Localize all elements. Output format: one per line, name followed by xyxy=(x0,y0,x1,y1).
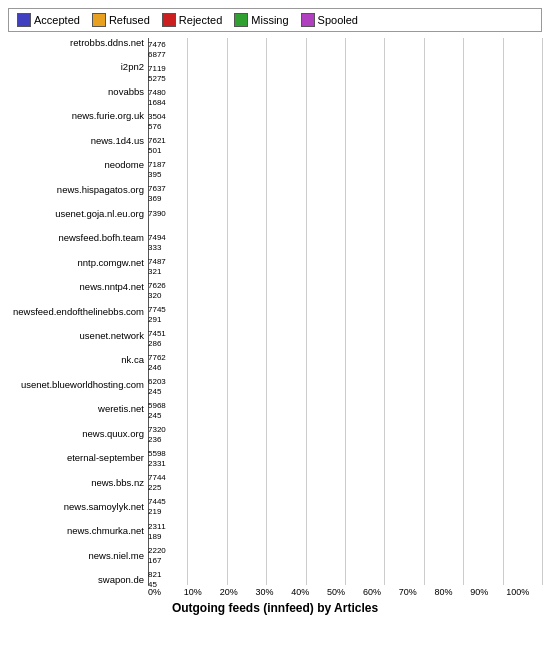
x-tick: 100% xyxy=(506,587,542,597)
bar-value-label: 82145 xyxy=(148,570,161,590)
y-label: news.furie.org.uk xyxy=(8,111,144,121)
bar-row: 3504576 xyxy=(148,110,542,127)
legend-color xyxy=(301,13,315,27)
bar-value-label: 7487321 xyxy=(148,257,166,277)
x-tick: 50% xyxy=(327,587,363,597)
y-label: usenet.goja.nl.eu.org xyxy=(8,209,144,219)
bar-row: 55982331 xyxy=(148,447,542,464)
y-label: news.bbs.nz xyxy=(8,478,144,488)
y-label: news.samoylyk.net xyxy=(8,502,144,512)
bar-row: 7487321 xyxy=(148,255,542,272)
bar-value-label: 71195275 xyxy=(148,64,166,84)
bar-value-label: 2220167 xyxy=(148,546,166,566)
grid-line xyxy=(542,38,543,585)
y-label: swapon.de xyxy=(8,575,144,585)
bar-value-label: 7451286 xyxy=(148,329,166,349)
y-label: news.niel.me xyxy=(8,551,144,561)
y-label: news.nntp4.net xyxy=(8,282,144,292)
bar-row: 5968245 xyxy=(148,399,542,416)
x-tick: 40% xyxy=(291,587,327,597)
bar-value-label: 74801684 xyxy=(148,88,166,108)
legend-color xyxy=(234,13,248,27)
y-label: news.1d4.us xyxy=(8,136,144,146)
y-label: eternal-september xyxy=(8,453,144,463)
bar-value-label: 7187395 xyxy=(148,160,166,180)
bar-row: 7390 xyxy=(148,207,542,224)
bar-value-label: 7621501 xyxy=(148,136,166,156)
legend-item: Refused xyxy=(92,13,150,27)
y-label: nntp.comgw.net xyxy=(8,258,144,268)
bar-value-label: 55982331 xyxy=(148,449,166,469)
y-label: news.hispagatos.org xyxy=(8,185,144,195)
bar-value-label: 6203245 xyxy=(148,377,166,397)
bar-value-label: 74766877 xyxy=(148,40,166,60)
bar-row: 7451286 xyxy=(148,327,542,344)
x-tick: 80% xyxy=(435,587,471,597)
bar-row: 2311189 xyxy=(148,520,542,537)
bar-row: 7445219 xyxy=(148,495,542,512)
bar-value-label: 5968245 xyxy=(148,401,166,421)
y-label: news.chmurka.net xyxy=(8,526,144,536)
x-axis-labels: 0%10%20%30%40%50%60%70%80%90%100% xyxy=(8,587,542,597)
legend-label: Refused xyxy=(109,14,150,26)
y-labels: retrobbs.ddns.neti2pn2novabbsnews.furie.… xyxy=(8,38,148,585)
legend-color xyxy=(17,13,31,27)
bar-row: 6203245 xyxy=(148,375,542,392)
bar-row: 7744225 xyxy=(148,471,542,488)
bar-row: 74801684 xyxy=(148,86,542,103)
legend-label: Spooled xyxy=(318,14,358,26)
bar-value-label: 7445219 xyxy=(148,497,166,517)
bar-value-label: 7637369 xyxy=(148,184,166,204)
x-tick: 60% xyxy=(363,587,399,597)
bar-row: 7762246 xyxy=(148,351,542,368)
y-label: usenet.network xyxy=(8,331,144,341)
bar-row: 7626320 xyxy=(148,279,542,296)
legend: AcceptedRefusedRejectedMissingSpooled xyxy=(8,8,542,32)
y-label: i2pn2 xyxy=(8,62,144,72)
legend-color xyxy=(92,13,106,27)
bar-value-label: 7744225 xyxy=(148,473,166,493)
bar-row: 7187395 xyxy=(148,158,542,175)
bar-value-label: 7745291 xyxy=(148,305,166,325)
bar-value-label: 2311189 xyxy=(148,522,166,542)
y-label: newsfeed.bofh.team xyxy=(8,233,144,243)
x-tick: 20% xyxy=(220,587,256,597)
legend-label: Accepted xyxy=(34,14,80,26)
bar-value-label: 7320236 xyxy=(148,425,166,445)
y-label: usenet.blueworldhosting.com xyxy=(8,380,144,390)
bar-value-label: 7390 xyxy=(148,209,166,219)
bar-row: 7745291 xyxy=(148,303,542,320)
x-tick: 30% xyxy=(255,587,291,597)
chart-area: retrobbs.ddns.neti2pn2novabbsnews.furie.… xyxy=(8,38,542,585)
legend-item: Missing xyxy=(234,13,288,27)
x-axis-title: Outgoing feeds (innfeed) by Articles xyxy=(8,601,542,615)
legend-color xyxy=(162,13,176,27)
bar-row: 7494333 xyxy=(148,231,542,248)
bars-section: 7476687771195275748016843504576762150171… xyxy=(148,38,542,585)
bar-value-label: 3504576 xyxy=(148,112,166,132)
y-label: neodome xyxy=(8,160,144,170)
legend-item: Spooled xyxy=(301,13,358,27)
x-tick: 90% xyxy=(470,587,506,597)
bar-row: 82145 xyxy=(148,568,542,585)
y-label: news.quux.org xyxy=(8,429,144,439)
bar-row: 7637369 xyxy=(148,182,542,199)
bar-row: 74766877 xyxy=(148,38,542,55)
bar-value-label: 7494333 xyxy=(148,233,166,253)
bar-row: 7621501 xyxy=(148,134,542,151)
y-label: nk.ca xyxy=(8,355,144,365)
legend-item: Accepted xyxy=(17,13,80,27)
y-label: retrobbs.ddns.net xyxy=(8,38,144,48)
y-label: weretis.net xyxy=(8,404,144,414)
bar-row: 7320236 xyxy=(148,423,542,440)
legend-label: Rejected xyxy=(179,14,222,26)
bar-row: 71195275 xyxy=(148,62,542,79)
bar-value-label: 7626320 xyxy=(148,281,166,301)
legend-label: Missing xyxy=(251,14,288,26)
legend-item: Rejected xyxy=(162,13,222,27)
chart-container: AcceptedRefusedRejectedMissingSpooled re… xyxy=(0,0,550,655)
x-tick: 70% xyxy=(399,587,435,597)
y-label: novabbs xyxy=(8,87,144,97)
x-tick: 10% xyxy=(184,587,220,597)
y-label: newsfeed.endofthelinebbs.com xyxy=(8,307,144,317)
